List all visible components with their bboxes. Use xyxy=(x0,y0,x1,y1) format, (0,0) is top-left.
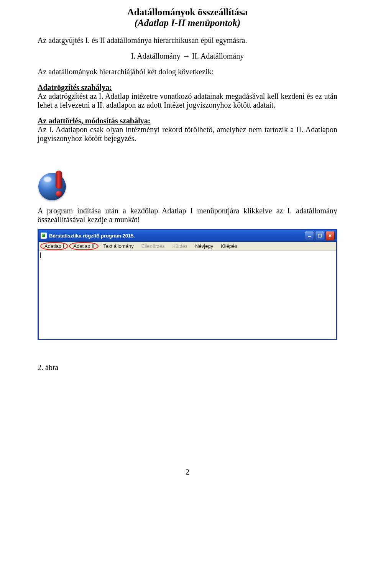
window-title: Bérstatisztika rögzítő program 2015. xyxy=(49,233,135,239)
attention-icon xyxy=(38,170,70,202)
page-subtitle: (Adatlap I-II menüpontok) xyxy=(38,18,337,28)
rule2-heading: Az adattörlés, módosítás szabálya: xyxy=(38,116,150,125)
rule1-heading: Adatrögzítés szabálya: xyxy=(38,83,112,92)
page-number: 2 xyxy=(38,468,337,477)
menu-nevjegy[interactable]: Névjegy xyxy=(191,242,217,250)
menu-text-allomany[interactable]: Text állomány xyxy=(99,242,137,250)
menu-adatlap-ii[interactable]: Adatlap II xyxy=(69,242,99,250)
app-window-screenshot: Bérstatisztika rögzítő program 2015. Ada… xyxy=(38,229,337,340)
maximize-button[interactable] xyxy=(315,231,324,240)
menu-kilepes[interactable]: Kilépés xyxy=(217,242,241,250)
menu-bar: Adatlap I Adatlap II Text állomány Ellen… xyxy=(39,242,336,251)
rule2-body: Az I. Adatlapon csak olyan intézményi re… xyxy=(38,125,337,143)
page-title: Adatállományok összeállítása xyxy=(38,7,337,18)
intro-paragraph: Az adatgyűjtés I. és II adatállománya hi… xyxy=(38,36,337,45)
close-button[interactable] xyxy=(325,231,335,240)
window-client-area xyxy=(39,251,336,339)
menu-adatlap-i[interactable]: Adatlap I xyxy=(40,242,68,250)
minimize-button[interactable] xyxy=(305,231,314,240)
hierarchy-lead: Az adatállományok hierarchiájából két do… xyxy=(38,67,337,76)
chain-paragraph: I. Adatállomány → II. Adatállomány xyxy=(38,52,337,61)
svg-rect-0 xyxy=(308,236,311,237)
text-caret xyxy=(40,252,41,258)
menu-kuldes[interactable]: Küldés xyxy=(168,242,191,250)
app-icon xyxy=(41,233,47,239)
rule1-body: Az adatrögzítést az I. Adatlap intézetre… xyxy=(38,92,337,110)
menu-ellenorzes[interactable]: Ellenőrzés xyxy=(138,242,169,250)
figure-caption: 2. ábra xyxy=(38,363,337,372)
window-titlebar: Bérstatisztika rögzítő program 2015. xyxy=(39,230,336,242)
callout-text: A program indítása után a kezdőlap Adatl… xyxy=(38,206,337,224)
svg-rect-1 xyxy=(318,234,321,237)
